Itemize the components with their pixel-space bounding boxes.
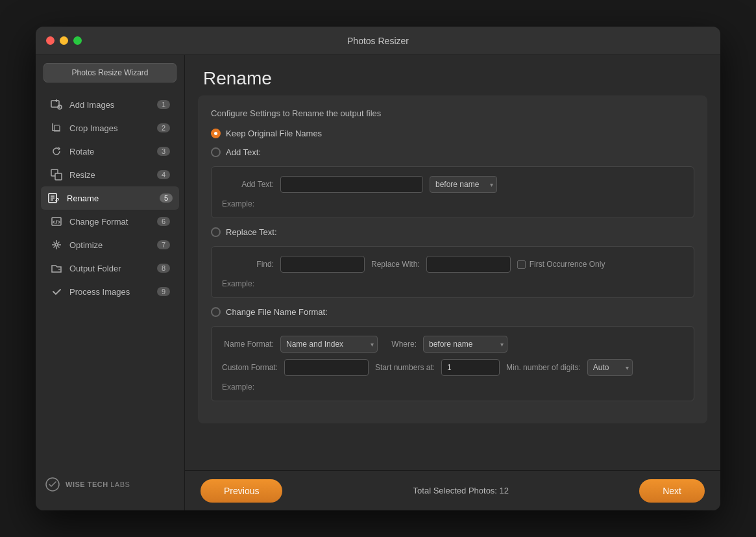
sidebar-item-output-folder[interactable]: Output Folder 8 (41, 256, 179, 280)
name-format-wrapper: Name and Index Index Only Custom (280, 336, 378, 353)
sidebar-item-add-images[interactable]: Add Images 1 (41, 93, 179, 116)
rename-icon (47, 192, 60, 205)
add-text-form-label: Add Text: (222, 180, 274, 189)
process-images-icon (50, 285, 63, 298)
option-keep-original[interactable]: Keep Original File Names (211, 129, 694, 138)
bottom-bar: Previous Total Selected Photos: 12 Next (185, 470, 720, 510)
custom-format-input[interactable] (284, 359, 369, 376)
resize-icon (50, 168, 63, 181)
sidebar-badge-process-images: 9 (157, 287, 170, 296)
change-format-subcard: Name Format: Name and Index Index Only C… (211, 326, 694, 401)
add-text-subcard: Add Text: before name after name Example… (211, 166, 694, 218)
where-wrapper: before name after name (423, 336, 507, 353)
change-format-example-row: Example: (222, 382, 683, 392)
page-title: Rename (203, 68, 702, 89)
add-text-input[interactable] (280, 176, 423, 193)
radio-change-format[interactable] (211, 307, 221, 317)
option-change-format[interactable]: Change File Name Format: (211, 307, 694, 317)
rename-config-card: Configure Settings to Rename the output … (198, 95, 707, 423)
replace-with-label: Replace With: (371, 260, 420, 269)
traffic-lights (46, 36, 82, 45)
replace-text-example-label: Example: (222, 279, 254, 288)
sidebar-label-rename: Rename (67, 194, 99, 203)
custom-format-row: Custom Format: Start numbers at: Min. nu… (222, 359, 683, 376)
option-add-text-label: Add Text: (226, 147, 261, 157)
start-numbers-input[interactable] (441, 359, 500, 376)
svg-rect-7 (55, 173, 62, 180)
sidebar-badge-rotate: 3 (157, 147, 170, 156)
where-label: Where: (384, 340, 417, 349)
wise-tech-icon (45, 477, 60, 492)
sidebar-label-crop-images: Crop Images (69, 123, 117, 133)
sidebar-item-resize[interactable]: Resize 4 (41, 163, 179, 186)
panel-header: Rename (185, 55, 720, 95)
optimize-icon (50, 238, 63, 251)
sidebar-badge-output-folder: 8 (157, 264, 170, 273)
add-text-example-label: Example: (222, 199, 254, 208)
add-text-position-wrapper: before name after name (430, 176, 497, 193)
min-digits-select[interactable]: Auto 1 2 3 (587, 359, 633, 376)
radio-keep-original[interactable] (211, 129, 221, 138)
sidebar-label-optimize: Optimize (69, 240, 103, 250)
add-text-position-select[interactable]: before name after name (430, 176, 497, 193)
main-panel: Rename Configure Settings to Rename the … (185, 55, 720, 510)
add-images-icon (50, 98, 63, 111)
where-select[interactable]: before name after name (423, 336, 507, 353)
sidebar: Photos Resize Wizard Add Images 1 (36, 55, 185, 510)
name-format-label: Name Format: (222, 340, 274, 349)
first-occurrence-wrapper: First Occurrence Only (517, 260, 605, 269)
find-input[interactable] (280, 256, 365, 273)
wizard-button[interactable]: Photos Resize Wizard (43, 63, 177, 82)
sidebar-badge-optimize: 7 (157, 240, 170, 249)
radio-replace-text[interactable] (211, 227, 221, 237)
custom-format-label: Custom Format: (222, 363, 278, 372)
output-folder-icon (50, 262, 63, 275)
company-name: WISE TECH LABS (66, 481, 130, 488)
sidebar-label-output-folder: Output Folder (69, 264, 121, 273)
sidebar-label-process-images: Process Images (69, 287, 130, 297)
name-format-row: Name Format: Name and Index Index Only C… (222, 336, 683, 353)
sidebar-badge-rename: 5 (160, 194, 173, 203)
sidebar-label-change-format: Change Format (69, 217, 128, 227)
title-bar: Photos Resizer (36, 27, 720, 55)
crop-images-icon (50, 121, 63, 134)
first-occurrence-checkbox[interactable] (517, 260, 526, 269)
replace-text-example-row: Example: (222, 279, 683, 288)
app-window: Photos Resizer Photos Resize Wizard (36, 27, 720, 510)
change-format-icon (50, 215, 63, 228)
sidebar-label-add-images: Add Images (69, 100, 114, 110)
add-text-example-row: Example: (222, 199, 683, 208)
option-add-text[interactable]: Add Text: (211, 147, 694, 157)
minimize-button[interactable] (60, 36, 68, 45)
next-button[interactable]: Next (639, 479, 705, 503)
replace-text-row: Find: Replace With: First Occurrence Onl… (222, 256, 683, 273)
window-title: Photos Resizer (347, 36, 409, 46)
first-occurrence-label: First Occurrence Only (530, 260, 605, 269)
main-content: Photos Resize Wizard Add Images 1 (36, 55, 720, 510)
sidebar-badge-change-format: 6 (157, 217, 170, 226)
sidebar-item-change-format[interactable]: Change Format 6 (41, 210, 179, 233)
add-text-row: Add Text: before name after name (222, 176, 683, 193)
close-button[interactable] (46, 36, 55, 45)
sidebar-item-rename[interactable]: Rename 5 (41, 186, 179, 210)
name-format-select[interactable]: Name and Index Index Only Custom (280, 336, 378, 353)
min-digits-wrapper: Auto 1 2 3 (587, 359, 633, 376)
previous-button[interactable]: Previous (201, 479, 282, 503)
replace-text-subcard: Find: Replace With: First Occurrence Onl… (211, 246, 694, 298)
option-keep-original-label: Keep Original File Names (226, 129, 322, 138)
maximize-button[interactable] (73, 36, 82, 45)
sidebar-item-crop-images[interactable]: Crop Images 2 (41, 116, 179, 140)
replace-with-input[interactable] (426, 256, 511, 273)
sidebar-badge-crop-images: 2 (157, 123, 170, 132)
sidebar-item-optimize[interactable]: Optimize 7 (41, 233, 179, 256)
sidebar-item-rotate[interactable]: Rotate 3 (41, 140, 179, 163)
sidebar-badge-resize: 4 (157, 170, 170, 179)
sidebar-label-rotate: Rotate (69, 147, 94, 156)
option-change-format-label: Change File Name Format: (226, 307, 328, 317)
change-format-example-label: Example: (222, 382, 254, 392)
option-replace-text[interactable]: Replace Text: (211, 227, 694, 237)
config-description: Configure Settings to Rename the output … (211, 108, 694, 118)
radio-add-text[interactable] (211, 147, 221, 157)
sidebar-item-process-images[interactable]: Process Images 9 (41, 280, 179, 303)
option-replace-text-label: Replace Text: (226, 227, 277, 237)
